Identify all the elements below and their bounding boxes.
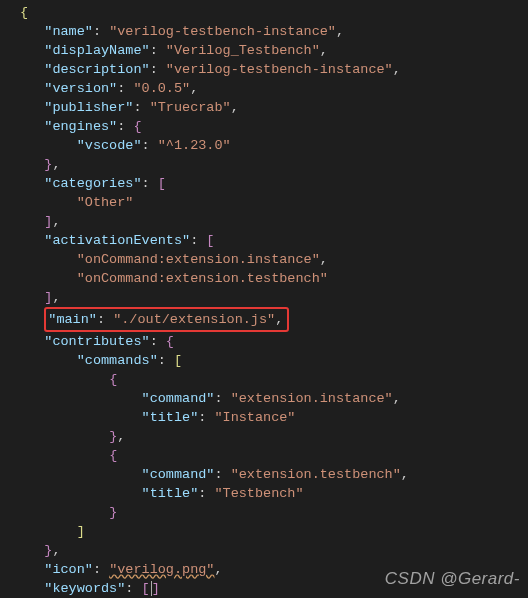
warning-underline: "verilog.png" [109,562,214,577]
watermark-text: CSDN @Gerard- [385,569,520,588]
code-block: { "name": "verilog-testbench-instance", … [20,3,528,598]
highlighted-main-property: "main": "./out/extension.js", [44,307,289,332]
